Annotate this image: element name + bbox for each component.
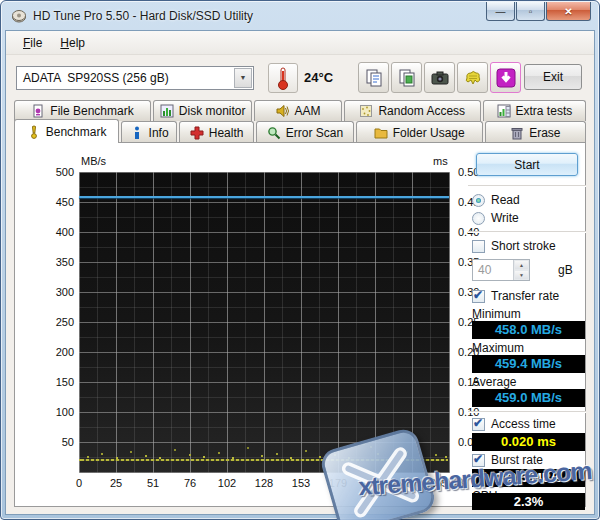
average-value: 459.0 MB/s xyxy=(472,389,585,407)
drive-select[interactable]: ADATA SP920SS (256 gB) ▼ xyxy=(16,66,254,90)
y-axis-left-ticks: 500 450 400 350 300 250 200 150 100 50 xyxy=(29,172,77,473)
burst-rate-checkbox[interactable]: ✔ xyxy=(472,454,485,467)
short-stroke-checkbox[interactable] xyxy=(472,240,485,253)
benchmark-chart xyxy=(79,172,450,473)
disk-monitor-icon xyxy=(160,104,174,118)
tab-label: Erase xyxy=(529,126,560,140)
stepper-down-icon[interactable]: ▼ xyxy=(514,270,529,280)
read-label: Read xyxy=(491,193,520,207)
maximum-value: 459.4 MB/s xyxy=(472,355,585,373)
folder-icon xyxy=(374,126,388,140)
tab-error-scan[interactable]: Error Scan xyxy=(256,121,353,143)
download-update-icon xyxy=(495,67,517,89)
burst-rate-option[interactable]: ✔ Burst rate xyxy=(472,453,543,467)
x-tick: 153 xyxy=(292,477,310,489)
copy-image-button[interactable] xyxy=(391,62,422,93)
access-time-line xyxy=(81,459,448,461)
capacity-value: 40 xyxy=(473,260,513,280)
tab-label: AAM xyxy=(295,104,321,118)
tab-benchmark[interactable]: Benchmark xyxy=(14,119,119,143)
tab-health[interactable]: Health xyxy=(179,121,254,143)
save-icon xyxy=(463,68,483,88)
y-tick: 250 xyxy=(34,316,74,328)
tab-random-access[interactable]: Random Access xyxy=(344,100,481,121)
x-tick: 0 xyxy=(76,477,82,489)
benchmark-panel: MB/s ms 500 450 400 350 300 250 200 150 … xyxy=(14,142,586,507)
burst-rate-label: Burst rate xyxy=(491,453,543,467)
tab-label: Folder Usage xyxy=(393,126,465,140)
file-benchmark-icon xyxy=(31,104,45,118)
chevron-down-icon[interactable]: ▼ xyxy=(234,68,252,88)
x-tick: 230 xyxy=(403,477,421,489)
transfer-rate-checkbox[interactable]: ✔ xyxy=(472,290,485,303)
read-radio[interactable] xyxy=(472,194,485,207)
write-option[interactable]: Write xyxy=(472,211,519,225)
tab-erase[interactable]: Erase xyxy=(485,121,586,143)
start-button[interactable]: Start xyxy=(476,153,578,176)
tab-label: Random Access xyxy=(378,104,465,118)
copy-text-button[interactable] xyxy=(358,62,389,93)
title-bar[interactable]: HD Tune Pro 5.50 - Hard Disk/SSD Utility… xyxy=(1,1,599,30)
y-tick: 500 xyxy=(34,166,74,178)
stepper-up-icon[interactable]: ▲ xyxy=(514,260,529,270)
transfer-rate-option[interactable]: ✔ Transfer rate xyxy=(472,289,559,303)
tab-folder-usage[interactable]: Folder Usage xyxy=(356,121,483,143)
separator xyxy=(468,411,586,413)
tab-label: Benchmark xyxy=(46,125,107,139)
exit-button[interactable]: Exit xyxy=(524,64,582,90)
x-tick: 204 xyxy=(366,477,384,489)
tab-file-benchmark[interactable]: File Benchmark xyxy=(14,100,151,121)
check-icon: ✔ xyxy=(473,452,483,466)
window-frame: HD Tune Pro 5.50 - Hard Disk/SSD Utility… xyxy=(0,0,600,520)
copy-text-icon xyxy=(364,68,384,88)
tab-label: Health xyxy=(209,126,244,140)
screenshot-button[interactable] xyxy=(424,62,455,93)
access-time-checkbox[interactable]: ✔ xyxy=(472,418,485,431)
app-icon xyxy=(11,8,27,24)
y-right-axis-unit: ms xyxy=(433,155,448,167)
transfer-rate-label: Transfer rate xyxy=(491,289,559,303)
temperature-button[interactable] xyxy=(268,63,298,93)
check-icon: ✔ xyxy=(473,288,483,302)
trash-icon xyxy=(510,126,524,140)
y-tick: 350 xyxy=(34,256,74,268)
update-download-button[interactable] xyxy=(490,62,521,93)
client-area: File Help ADATA SP920SS (256 gB) ▼ 24°C xyxy=(5,30,595,515)
check-icon: ✔ xyxy=(473,416,483,430)
short-stroke-label: Short stroke xyxy=(491,239,556,253)
x-tick: 179 xyxy=(329,477,347,489)
tab-row-secondary: File Benchmark Disk monitor AAM xyxy=(14,100,586,121)
tab-disk-monitor[interactable]: Disk monitor xyxy=(153,100,252,121)
info-icon xyxy=(130,126,144,140)
burst-rate-value: 232.5 MB/s xyxy=(472,469,585,487)
tab-label: Error Scan xyxy=(286,126,343,140)
save-button[interactable] xyxy=(457,62,488,93)
y-tick: 450 xyxy=(34,196,74,208)
toolbar: ADATA SP920SS (256 gB) ▼ 24°C xyxy=(6,56,594,99)
access-time-option[interactable]: ✔ Access time xyxy=(472,417,556,431)
random-access-icon xyxy=(359,104,373,118)
tab-aam[interactable]: AAM xyxy=(254,100,341,121)
average-label: Average xyxy=(472,375,516,389)
maximize-button[interactable]: ▫ xyxy=(516,2,545,21)
access-time-value: 0.020 ms xyxy=(472,433,585,451)
capacity-stepper[interactable]: 40 ▲ ▼ xyxy=(472,259,530,281)
minimize-button[interactable]: — xyxy=(486,2,515,21)
menu-help[interactable]: Help xyxy=(51,33,94,53)
tab-label: Extra tests xyxy=(516,104,573,118)
menu-file[interactable]: File xyxy=(14,33,51,53)
temperature-value: 24°C xyxy=(304,70,333,85)
camera-icon xyxy=(430,68,450,88)
short-stroke-option[interactable]: Short stroke xyxy=(472,239,556,253)
copy-image-icon xyxy=(397,68,417,88)
extra-tests-icon xyxy=(497,104,511,118)
read-option[interactable]: Read xyxy=(472,193,520,207)
write-radio[interactable] xyxy=(472,212,485,225)
y-tick: 50 xyxy=(34,436,74,448)
tab-extra-tests[interactable]: Extra tests xyxy=(483,100,586,121)
close-button[interactable]: ✕ xyxy=(546,2,591,21)
x-tick: 128 xyxy=(255,477,273,489)
tab-info[interactable]: Info xyxy=(121,121,177,143)
tab-label: Disk monitor xyxy=(179,104,246,118)
tab-row-primary: Benchmark Info Health xyxy=(14,121,586,143)
